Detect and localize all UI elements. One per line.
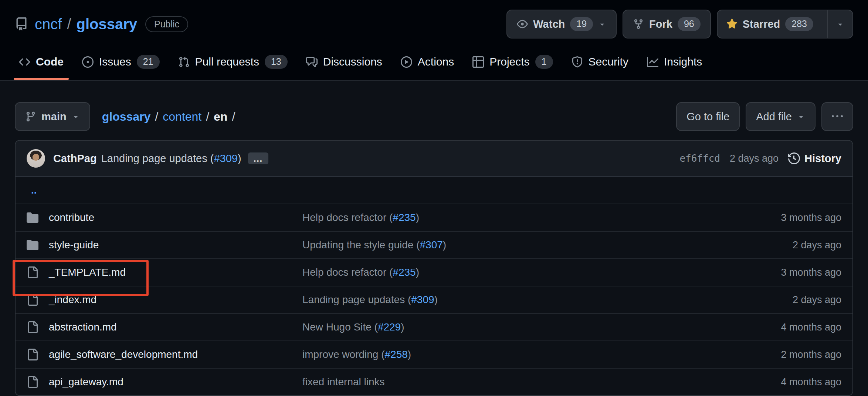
file-name-link[interactable]: contribute — [49, 212, 94, 224]
commit-pr-link[interactable]: #309 — [214, 152, 238, 164]
commit-message-cell[interactable]: Landing page updates (#309) — [302, 294, 734, 306]
commit-meta: ef6ffcd 2 days ago History — [679, 152, 841, 165]
repo-title: cncf / glossary — [35, 16, 137, 33]
pr-link[interactable]: #309 — [411, 294, 434, 305]
name-cell: abstraction.md — [27, 321, 302, 333]
repo-owner-link[interactable]: cncf — [35, 16, 62, 33]
toolbar-actions: Go to file Add file — [676, 102, 853, 131]
commit-message-cell[interactable]: New Hugo Site (#229) — [302, 321, 734, 333]
commit-author-link[interactable]: CathPag — [53, 152, 97, 165]
pr-link[interactable]: #258 — [385, 349, 408, 360]
folder-icon — [27, 239, 38, 251]
tab-label: Actions — [418, 56, 454, 68]
tab-label: Discussions — [323, 56, 382, 68]
commit-message-cell[interactable]: improve wording (#258) — [302, 349, 734, 360]
code-icon — [19, 56, 30, 68]
pr-link[interactable]: #307 — [420, 239, 443, 251]
table-row: api_gateway.md fixed internal links 4 mo… — [16, 368, 852, 395]
go-to-file-label: Go to file — [686, 111, 729, 123]
table-row: _index.md Landing page updates (#309) 2 … — [16, 286, 852, 313]
age-cell: 4 months ago — [734, 322, 841, 333]
history-label: History — [804, 152, 841, 165]
tab-insights[interactable]: Insights — [640, 44, 709, 80]
branch-selector-button[interactable]: main — [15, 102, 90, 131]
commit-sha-link[interactable]: ef6ffcd — [679, 153, 720, 164]
fork-label: Fork — [649, 18, 672, 30]
breadcrumb: glossary / content / en / — [102, 110, 235, 124]
tab-label: Issues — [99, 56, 131, 68]
repo-name-link[interactable]: glossary — [76, 16, 137, 33]
file-name-link[interactable]: style-guide — [49, 239, 99, 251]
parent-directory-link[interactable]: .. — [31, 184, 37, 196]
tab-label: Code — [36, 56, 64, 68]
more-options-button[interactable] — [821, 102, 853, 131]
star-button[interactable]: Starred 283 — [718, 10, 822, 38]
age-cell: 2 months ago — [734, 349, 841, 360]
tab-issues[interactable]: Issues 21 — [75, 44, 166, 80]
tab-projects[interactable]: Projects 1 — [466, 44, 559, 80]
repo-header: cncf / glossary Public Watch 19 Fork 96 … — [0, 0, 868, 81]
commit-message-cell[interactable]: fixed internal links — [302, 376, 734, 388]
tab-discussions[interactable]: Discussions — [299, 44, 389, 80]
tab-security[interactable]: Security — [565, 44, 635, 80]
pr-link[interactable]: #235 — [393, 266, 416, 278]
fork-button[interactable]: Fork 96 — [623, 10, 711, 38]
folder-icon — [27, 212, 38, 224]
pr-link[interactable]: #235 — [393, 212, 416, 223]
file-name-link[interactable]: _index.md — [49, 294, 96, 306]
add-file-button[interactable]: Add file — [746, 102, 816, 131]
git-pull-request-icon — [178, 56, 190, 68]
star-button-group: Starred 283 — [717, 10, 853, 38]
tab-actions[interactable]: Actions — [394, 44, 461, 80]
table-row-highlighted: _TEMPLATE.md Help docs refactor (#235) 3… — [16, 258, 852, 286]
commit-message-cell[interactable]: Help docs refactor (#235) — [302, 212, 734, 224]
commit-message-cell[interactable]: Updating the style guide (#307) — [302, 239, 734, 251]
shield-icon — [572, 56, 583, 68]
go-to-file-button[interactable]: Go to file — [676, 102, 740, 131]
repo-title-separator: / — [67, 16, 71, 33]
parent-directory-row: .. — [16, 176, 852, 204]
commit-message-cell[interactable]: Help docs refactor (#235) — [302, 266, 734, 278]
file-name-link[interactable]: _TEMPLATE.md — [49, 266, 126, 278]
commit-message-text: Help docs refactor ( — [302, 266, 393, 278]
file-icon — [27, 294, 38, 306]
star-count: 283 — [785, 17, 813, 31]
commit-message-text: ) — [434, 294, 438, 305]
breadcrumb-current-dir: en — [214, 110, 227, 124]
age-cell: 2 days ago — [734, 239, 841, 251]
star-icon — [726, 19, 738, 30]
tab-code[interactable]: Code — [12, 44, 70, 80]
visibility-badge: Public — [145, 16, 188, 32]
file-toolbar: main glossary / content / en / Go to fil… — [15, 102, 853, 131]
tab-label: Pull requests — [195, 56, 259, 68]
age-cell: 3 months ago — [734, 212, 841, 224]
breadcrumb-dir-link[interactable]: content — [163, 110, 201, 124]
file-name-link[interactable]: api_gateway.md — [49, 376, 123, 388]
file-table: CathPag Landing page updates (#309) … ef… — [15, 140, 853, 396]
commit-message-text: Landing page updates ( — [302, 294, 411, 305]
name-cell: _index.md — [27, 294, 302, 306]
commit-message-text: New Hugo Site ( — [302, 321, 378, 333]
watch-button[interactable]: Watch 19 — [506, 10, 617, 38]
tab-label: Insights — [664, 56, 702, 68]
commit-message[interactable]: Landing page updates (#309) — [101, 152, 241, 165]
file-name-link[interactable]: abstraction.md — [49, 321, 117, 333]
commit-time: 2 days ago — [730, 153, 779, 164]
fork-icon — [633, 19, 644, 30]
history-button[interactable]: History — [788, 152, 841, 165]
file-icon — [27, 321, 38, 333]
breadcrumb-repo-link[interactable]: glossary — [102, 110, 151, 124]
tab-pull-requests[interactable]: Pull requests 13 — [172, 44, 294, 80]
age-cell: 2 days ago — [734, 294, 841, 306]
pr-link[interactable]: #229 — [378, 321, 401, 333]
chevron-down-icon — [72, 113, 80, 121]
star-dropdown-button[interactable] — [827, 10, 852, 38]
commit-expand-button[interactable]: … — [248, 152, 268, 164]
age-cell: 3 months ago — [734, 267, 841, 278]
discussion-icon — [306, 56, 318, 68]
file-name-link[interactable]: agile_software_development.md — [49, 349, 198, 360]
chevron-down-icon — [797, 113, 805, 121]
repo-content: main glossary / content / en / Go to fil… — [0, 102, 868, 396]
avatar[interactable] — [27, 149, 45, 168]
chevron-down-icon — [836, 20, 844, 28]
